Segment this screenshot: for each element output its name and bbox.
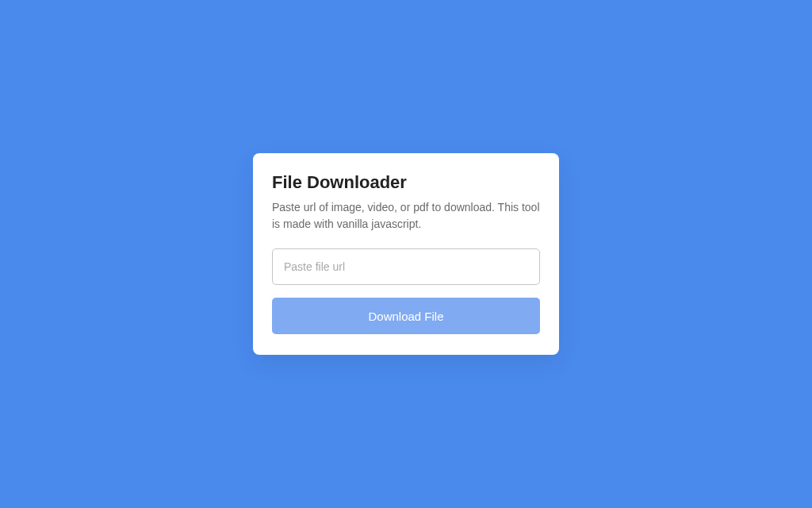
card-title: File Downloader [272,172,540,193]
card-subtitle: Paste url of image, video, or pdf to dow… [272,199,540,233]
file-url-input[interactable] [272,248,540,285]
downloader-card: File Downloader Paste url of image, vide… [253,153,559,355]
download-button[interactable]: Download File [272,298,540,334]
